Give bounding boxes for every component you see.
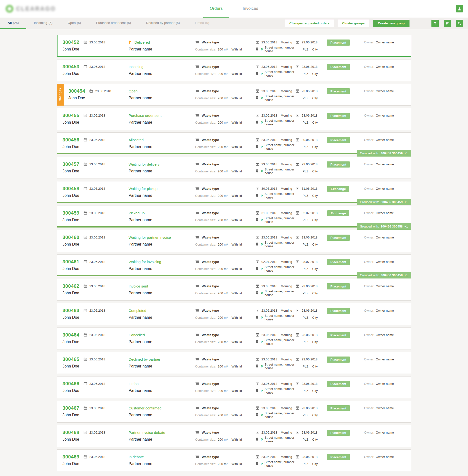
changes-requested-orders-button[interactable]: Changes requested orders xyxy=(285,20,334,27)
period-label: Morning xyxy=(281,284,292,288)
filter-tab-limbo[interactable]: Limbo (0) xyxy=(188,17,217,29)
badge-column: Exchange xyxy=(318,181,359,202)
waste-type: Waste type xyxy=(202,284,219,288)
order-info-column: 300469 23.06.2018 John Doe xyxy=(57,450,122,471)
end-date: 23.06.2018 xyxy=(302,236,318,239)
partner-name: Partner name xyxy=(129,218,152,222)
filter-button[interactable] xyxy=(431,20,439,27)
owner-label: Owner: xyxy=(364,309,374,312)
end-date: 23.06.2018 xyxy=(302,309,318,312)
order-card[interactable]: 300452 23.06.2018 John Doe Delivered Par… xyxy=(57,35,411,57)
partner-name: Partner name xyxy=(129,120,152,125)
waste-type: Waste type xyxy=(202,333,219,337)
filter-tab-all[interactable]: All (25) xyxy=(0,17,26,29)
dates-column: 23.06.2018 Morning 23.06.2018 P Street n… xyxy=(252,425,318,447)
search-button[interactable] xyxy=(456,20,463,27)
order-card[interactable]: 300457 23.06.2018 John Doe Waiting for d… xyxy=(57,157,411,179)
order-card[interactable]: 300458 23.06.2018 John Doe Waiting for p… xyxy=(57,181,411,203)
calendar-icon xyxy=(83,211,87,215)
order-card[interactable]: 300466 23.06.2018 John Doe Limbo Partner… xyxy=(57,376,411,398)
owner-label: Owner: xyxy=(364,357,374,361)
filter-tab-declined-by-partner[interactable]: Declined by partner (5) xyxy=(138,17,188,29)
filter-tab-open[interactable]: Open (5) xyxy=(60,17,89,29)
tab-orders[interactable]: Orders xyxy=(203,0,229,17)
address-plz: PLZ xyxy=(303,365,308,368)
order-info-column: 300464 23.06.2018 John Doe xyxy=(57,328,122,349)
grouped-extra-count: +1 xyxy=(404,274,408,277)
order-card[interactable]: 300456 23.06.2018 John Doe Allocated Par… xyxy=(57,133,411,154)
location-pin-icon xyxy=(255,291,259,295)
address-city: City xyxy=(312,243,318,246)
order-card[interactable]: 300469 23.06.2018 John Doe In debate Par… xyxy=(57,449,411,471)
container-size-label: Container size: xyxy=(195,218,217,222)
order-info-column: 300461 23.06.2018 John Doe xyxy=(57,254,122,275)
calendar-icon xyxy=(83,260,87,264)
container-size-label: Container size: xyxy=(195,462,217,466)
container-size-value: 200 m³ xyxy=(218,218,227,222)
grouped-extra-count: +1 xyxy=(404,152,408,155)
order-card[interactable]: 300455 23.06.2018 John Doe Purchase orde… xyxy=(57,108,411,130)
container-size-label: Container size: xyxy=(195,267,217,271)
calendar-end-icon xyxy=(296,211,300,215)
owner-name: Owner name xyxy=(376,357,394,361)
order-number: 300464 xyxy=(63,332,79,338)
order-card[interactable]: 300453 23.06.2018 John Doe Incoming Part… xyxy=(57,59,411,81)
filter-tab-purchase-order-sent[interactable]: Purchase order sent (5) xyxy=(88,17,138,29)
order-type-badge: Placement xyxy=(327,235,350,241)
period-label: Morning xyxy=(281,333,292,337)
dates-column: 23.06.2018 Morning 23.06.2018 P Street n… xyxy=(252,157,318,178)
calendar-end-icon xyxy=(296,89,300,93)
order-card[interactable]: 300459 23.06.2018 John Doe Picked up Par… xyxy=(57,206,411,227)
container-size-value: 200 m³ xyxy=(218,145,227,149)
location-pin-icon xyxy=(255,389,259,393)
order-status: Waiting for delivery xyxy=(129,162,160,166)
order-card[interactable]: 300468 23.06.2018 John Doe Partner invoi… xyxy=(57,425,411,447)
order-date: 23.06.2018 xyxy=(89,333,105,337)
calendar-start-icon xyxy=(255,431,259,434)
user-profile-button[interactable] xyxy=(456,5,463,13)
order-card[interactable]: 300462 23.06.2018 John Doe Invoice sent … xyxy=(57,279,411,301)
dates-column: 23.06.2018 Morning 23.06.2018 P Street n… xyxy=(252,352,318,373)
badge-column: Placement xyxy=(318,84,359,105)
end-date: 23.06.2018 xyxy=(302,431,318,434)
calendar-end-icon xyxy=(296,138,300,142)
status-column: Allocated Partner name xyxy=(122,133,189,153)
order-card[interactable]: 300464 23.06.2018 John Doe Cancelled Par… xyxy=(57,327,411,349)
sort-button[interactable] xyxy=(444,20,451,27)
partner-name: Partner name xyxy=(129,267,152,271)
address-city: City xyxy=(312,169,318,173)
filter-tab-incoming[interactable]: Incoming (5) xyxy=(26,17,60,29)
owner-label: Owner: xyxy=(364,284,374,288)
waste-column: Waste type Container size: 200 m³ With l… xyxy=(189,328,252,349)
with-lid-label: With lid xyxy=(232,218,242,222)
tab-invoices[interactable]: Invoices xyxy=(236,0,265,17)
start-date: 23.06.2018 xyxy=(262,309,278,312)
container-size-value: 200 m³ xyxy=(218,316,227,319)
customer-name: John Doe xyxy=(69,96,85,100)
order-number: 300459 xyxy=(63,210,79,216)
dates-column: 23.06.2018 Morning 23.06.2018 P Street n… xyxy=(252,108,318,130)
waste-type: Waste type xyxy=(202,309,219,312)
calendar-icon xyxy=(83,455,87,459)
container-size-label: Container size: xyxy=(195,316,217,319)
order-card[interactable]: 300467 23.06.2018 John Doe Customer conf… xyxy=(57,401,411,423)
calendar-end-icon xyxy=(296,309,300,312)
order-type-badge: Exchange xyxy=(327,186,349,192)
order-card[interactable]: 300463 23.06.2018 John Doe Completed Par… xyxy=(57,303,411,325)
owner-column: Owner: Owner name xyxy=(359,328,411,349)
waste-bin-icon xyxy=(195,41,200,44)
order-card[interactable]: Changes 300454 23.06.2018 John Doe Open … xyxy=(57,84,411,105)
cluster-groups-button[interactable]: Cluster groups xyxy=(338,20,369,27)
order-card[interactable]: 300461 23.06.2018 John Doe Waiting for i… xyxy=(57,254,411,276)
order-card[interactable]: 300465 23.06.2018 John Doe Declined by p… xyxy=(57,352,411,374)
with-lid-label: With lid xyxy=(232,145,242,149)
calendar-end-icon xyxy=(296,284,300,288)
order-card[interactable]: 300460 23.06.2018 John Doe Waiting for p… xyxy=(57,230,411,252)
partner-name: Partner name xyxy=(129,47,152,51)
customer-name: John Doe xyxy=(63,169,79,173)
waste-type: Waste type xyxy=(202,41,219,44)
create-new-group-button[interactable]: Create new group xyxy=(373,20,410,27)
address-type: P xyxy=(261,462,263,466)
dates-column: 23.06.2018 Morning 23.06.2018 P Street n… xyxy=(252,230,318,252)
calendar-end-icon xyxy=(296,187,300,191)
